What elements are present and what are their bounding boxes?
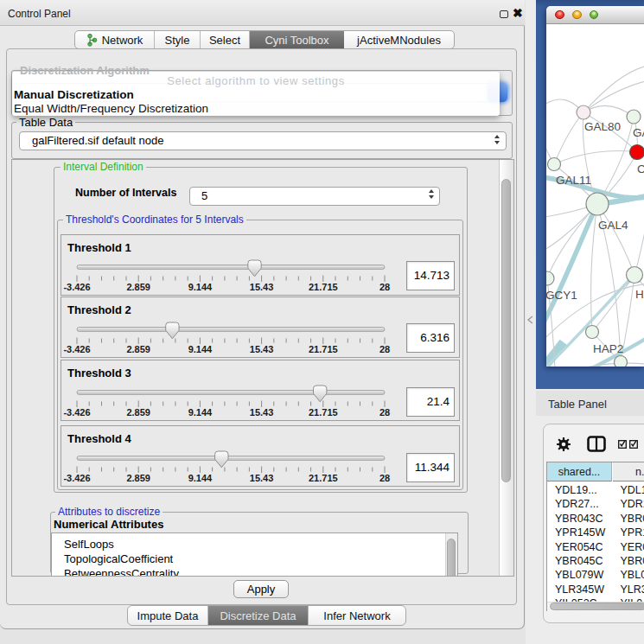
svg-text:-3.426: -3.426 bbox=[63, 407, 90, 418]
svg-text:-3.426: -3.426 bbox=[63, 473, 90, 483]
svg-text:28: 28 bbox=[379, 282, 390, 292]
svg-text:-3.426: -3.426 bbox=[63, 344, 90, 354]
svg-text:GCY1: GCY1 bbox=[546, 289, 577, 302]
svg-text:2.859: 2.859 bbox=[126, 407, 150, 418]
svg-text:28: 28 bbox=[379, 344, 390, 354]
svg-text:21.715: 21.715 bbox=[309, 282, 338, 292]
svg-text:15.43: 15.43 bbox=[250, 344, 274, 354]
svg-text:GA: GA bbox=[633, 126, 644, 139]
svg-text:HAP2: HAP2 bbox=[593, 342, 623, 355]
svg-text:21.715: 21.715 bbox=[309, 407, 338, 418]
svg-text:9.144: 9.144 bbox=[188, 344, 213, 354]
svg-text:28: 28 bbox=[379, 473, 390, 483]
svg-text:21.715: 21.715 bbox=[309, 473, 338, 483]
svg-text:-3.426: -3.426 bbox=[63, 282, 90, 292]
svg-text:28: 28 bbox=[379, 407, 390, 418]
svg-text:2.859: 2.859 bbox=[126, 344, 150, 354]
svg-text:GAL4: GAL4 bbox=[598, 219, 628, 232]
svg-text:9.144: 9.144 bbox=[188, 473, 213, 483]
svg-text:GAL11: GAL11 bbox=[556, 174, 591, 187]
svg-text:2.859: 2.859 bbox=[126, 473, 150, 483]
svg-text:GAL80: GAL80 bbox=[584, 120, 621, 133]
svg-text:15.43: 15.43 bbox=[250, 473, 274, 483]
svg-text:15.43: 15.43 bbox=[250, 282, 274, 292]
svg-text:HA: HA bbox=[635, 288, 644, 301]
svg-text:21.715: 21.715 bbox=[309, 344, 338, 354]
svg-text:2.859: 2.859 bbox=[126, 282, 150, 292]
svg-text:9.144: 9.144 bbox=[188, 282, 213, 292]
svg-text:CY: CY bbox=[637, 163, 644, 175]
svg-text:15.43: 15.43 bbox=[250, 407, 274, 418]
svg-text:9.144: 9.144 bbox=[188, 407, 213, 418]
